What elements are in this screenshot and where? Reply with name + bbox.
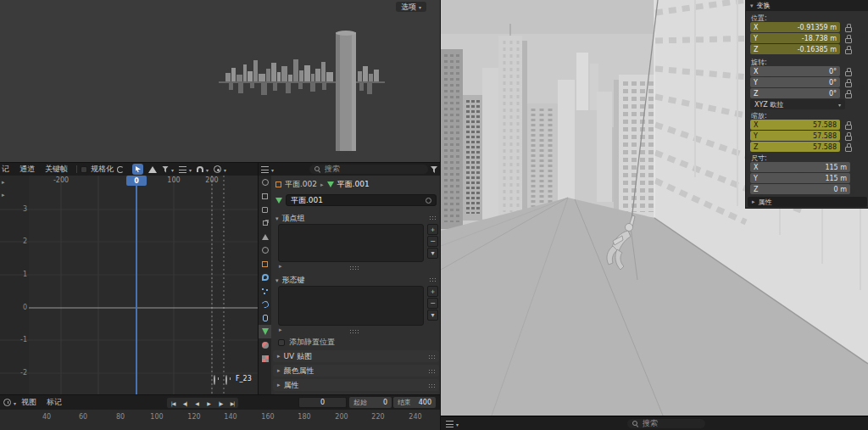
filter-icon[interactable] [431,166,437,173]
tab-output[interactable] [259,203,271,216]
location-y-field[interactable]: Y-18.738 m [750,33,840,43]
lock-icon[interactable] [843,77,853,87]
shape-keys-list[interactable] [278,286,424,326]
list-filter-expand-icon[interactable]: ▸ [279,327,282,333]
frame-start-field[interactable]: 起始 0 [349,397,392,408]
rotation-mode-dropdown[interactable]: XYZ 欧拉 [750,99,845,109]
tab-object[interactable] [259,257,271,271]
panel-grip-icon[interactable] [429,277,436,282]
remove-button[interactable]: − [427,298,438,309]
tab-material[interactable] [259,338,271,352]
tab-render[interactable] [259,189,271,203]
tab-view-layer[interactable] [259,216,271,230]
dimension-x-field[interactable]: X115 m [750,162,850,172]
viewport-options-button[interactable]: 选项 [396,2,426,12]
tab-world[interactable] [259,243,271,257]
marker-clock-icon[interactable] [214,375,215,385]
breadcrumb-data[interactable]: 平面.001 [337,179,370,190]
lock-icon[interactable] [843,142,853,152]
section-vertex-groups[interactable]: 顶点组 [275,213,305,224]
lock-icon[interactable] [843,66,853,76]
snap-dropdown[interactable] [197,165,209,174]
tab-particles[interactable] [259,284,271,298]
list-resize-grip[interactable] [349,265,359,270]
next-keyframe-button[interactable]: |▶ [214,398,226,408]
editor-type-button[interactable] [261,165,274,174]
location-z-field[interactable]: Z-0.16385 m [750,44,840,54]
rotation-x-field[interactable]: X0° [750,66,840,76]
remove-button[interactable]: − [427,236,438,247]
refresh-icon[interactable] [117,166,124,173]
tab-tool[interactable] [259,176,271,189]
dimension-z-field[interactable]: Z0 m [750,184,850,194]
menu-marker[interactable]: 标记 [42,396,67,409]
fake-user-icon[interactable] [426,198,431,204]
add-button[interactable]: ＋ [427,224,438,235]
tab-modifiers[interactable] [259,271,271,284]
bottom-editor-header[interactable]: 搜索 [441,416,868,430]
scale-z-field[interactable]: Z57.588 [750,142,840,152]
menu-marker[interactable]: 记 [0,163,14,176]
lock-icon[interactable] [843,22,853,32]
proportional-edit-dropdown[interactable] [214,165,226,174]
jump-to-end-button[interactable]: ▶| [226,398,238,408]
rotation-z-field[interactable]: Z0° [750,88,840,98]
current-frame-field[interactable]: 0 [298,397,347,408]
specials-menu-button[interactable]: ▾ [427,310,438,321]
prev-keyframe-button[interactable]: ◀| [179,398,191,408]
play-reverse-button[interactable]: ◀ [191,398,203,408]
graph-editor[interactable]: 记 通道 关键帧 规格化 [0,163,259,394]
rest-position-checkbox[interactable] [278,339,285,346]
bottom-search-input[interactable]: 搜索 [627,419,705,428]
lock-icon[interactable] [843,44,853,54]
properties-collapsed-panel[interactable]: 属性 [748,197,867,207]
lock-icon[interactable] [843,131,853,141]
channel-expand-icon[interactable]: ▸ [2,179,5,186]
dimension-y-field[interactable]: Y115 m [750,173,850,183]
viewport-top-left[interactable]: 选项 [0,0,441,163]
editor-type-button[interactable] [3,399,16,407]
section-color-attributes[interactable]: 颜色属性 [273,365,439,377]
list-filter-expand-icon[interactable]: ▸ [279,263,282,270]
rest-position-row[interactable]: 添加静置位置 [278,337,335,348]
viewport-main[interactable]: 变换 位置: X-0.91359 m Y-18.738 m Z-0.16385 … [441,0,868,416]
lock-icon[interactable] [843,88,853,98]
tab-constraints[interactable] [259,311,271,325]
data-name-field[interactable]: 平面.001 [286,194,437,206]
menu-key[interactable]: 关键帧 [40,163,73,176]
normalize-checkbox[interactable] [81,166,87,173]
active-tool-pointer-icon[interactable] [132,164,143,175]
tab-scene[interactable] [259,230,271,243]
breadcrumb-object[interactable]: 平面.002 [285,179,317,190]
menu-view[interactable]: 视图 [16,396,42,409]
section-uv-maps[interactable]: UV 贴图 [273,350,439,362]
section-shape-keys[interactable]: 形态键 [275,275,305,286]
tab-texture[interactable] [259,352,271,366]
rotation-y-field[interactable]: Y0° [750,77,840,87]
transform-panel-header[interactable]: 变换 [746,0,868,11]
tab-physics[interactable] [259,298,271,311]
list-resize-grip[interactable] [349,329,359,333]
frame-end-field[interactable]: 结束 400 [393,397,436,408]
playhead-frame-badge[interactable]: 0 [126,176,147,186]
section-attributes[interactable]: 属性 [273,379,439,391]
specials-menu-button[interactable]: ▾ [427,248,438,259]
warning-icon[interactable] [148,166,157,173]
location-x-field[interactable]: X-0.91359 m [750,22,840,32]
timeline-editor[interactable]: 视图 标记 |◀ ◀| ◀ ▶ |▶ ▶| 0 起始 0 结束 400 40 6… [0,394,441,430]
playhead-line[interactable] [136,186,137,394]
scale-y-field[interactable]: Y57.588 [750,131,840,141]
marker-label[interactable]: F_23 [236,375,252,383]
menu-channel[interactable]: 通道 [14,163,40,176]
display-dropdown[interactable] [179,165,192,174]
vertex-groups-list[interactable] [278,224,424,262]
marker-clock-icon[interactable] [225,375,227,385]
properties-editor[interactable]: 搜索 平面.002 ▸ [259,163,441,394]
scale-x-field[interactable]: X57.588 [750,120,840,130]
play-button[interactable]: ▶ [203,398,214,408]
channel-expand-icon[interactable]: ▸ [2,192,5,198]
filter-button[interactable] [162,165,174,174]
jump-to-start-button[interactable]: |◀ [167,398,179,408]
timeline-ruler[interactable]: 40 60 80 100 120 140 160 180 200 220 240 [0,410,441,430]
add-button[interactable]: ＋ [427,286,438,297]
